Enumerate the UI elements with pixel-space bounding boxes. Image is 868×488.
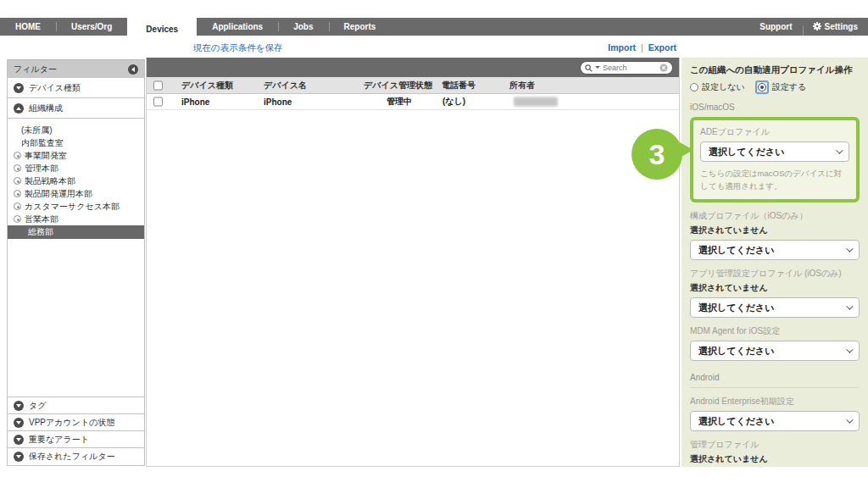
tree-node-label: 製品戦略本部 [25,175,75,187]
filter-sidebar: フィルター デバイス種類 組織構成 (未所属) 内部監査室 事業開発室 管理本部… [7,59,145,466]
org-node-icon [14,190,21,197]
search-filter-caret-icon[interactable] [595,66,600,69]
apply-radio-group: 設定しない 設定する [690,80,860,94]
chevron-down-icon [846,347,853,353]
save-current-view-link[interactable]: 現在の表示条件を保存 [193,42,283,54]
tree-node-sales-hq[interactable]: 営業本部 [8,213,144,225]
gear-icon [813,22,821,32]
tree-node-business-dev[interactable]: 事業開発室 [8,149,144,162]
cell-device-type: iPhone [181,97,209,107]
filter-title: フィルター [14,64,57,75]
col-device-name[interactable]: デバイス名 [264,80,307,92]
tree-node-unassigned[interactable]: (未所属) [8,124,144,136]
select-all-checkbox[interactable] [153,80,163,90]
col-owner[interactable]: 所有者 [509,80,535,92]
android-divider [690,387,860,388]
mgmt-profile-label: 管理プロファイル [690,439,860,451]
chevron-down-icon [14,401,24,411]
ade-profile-select[interactable]: 選択してください [700,141,849,162]
org-node-icon [14,177,21,185]
section-label: 組織構成 [29,103,63,114]
chevron-up-icon [14,103,24,114]
tab-reports[interactable]: Reports [329,18,392,36]
tab-devices[interactable]: Devices [127,18,197,41]
top-navigation: HOME Users/Org Devices Applications Jobs… [0,18,868,36]
chevron-down-icon [14,418,24,428]
cell-device-name: iPhone [264,97,292,107]
settings-link[interactable]: Settings [803,22,868,32]
auto-apply-profile-panel: この組織への自動適用プロファイル操作 設定しない 設定する iOS/macOS … [682,58,868,467]
support-link[interactable]: Support [749,22,802,31]
filter-header: フィルター [8,59,144,78]
tree-node-admin-hq[interactable]: 管理本部 [8,162,144,175]
col-mgmt-status[interactable]: デバイス管理状態 [364,80,432,92]
section-label: VPPアカウントの状態 [29,417,114,429]
section-label: 重要なアラート [29,434,89,446]
mdm-agent-ios-label: MDM Agent for iOS設定 [690,325,860,337]
org-node-icon [14,164,21,172]
tree-node-product-devops[interactable]: 製品開発運用本部 [8,187,144,200]
org-node-icon [14,202,21,210]
sidebar-section-org[interactable]: 組織構成 [8,98,144,119]
sidebar-section-critical-alerts[interactable]: 重要なアラート [8,430,144,447]
tab-home[interactable]: HOME [0,18,56,36]
tab-jobs[interactable]: Jobs [278,18,328,36]
android-enterprise-select[interactable]: 選択してください [690,411,860,431]
ade-profile-label: ADEプロファイル [700,126,849,138]
support-label: Support [760,22,792,31]
col-device-type[interactable]: デバイス種類 [181,80,233,92]
export-link[interactable]: Export [648,42,676,53]
mgmt-profile-not-selected: 選択されていません [690,453,860,465]
tree-node-label: カスタマーサクセス本部 [25,201,120,213]
search-clear-icon[interactable] [659,60,668,75]
section-label: タグ [29,400,46,412]
search-box[interactable] [580,61,673,75]
sidebar-section-device-type[interactable]: デバイス種類 [8,78,144,98]
select-value: 選択してください [698,415,846,428]
chevron-down-icon [846,303,853,310]
tab-applications[interactable]: Applications [197,18,278,36]
sidebar-section-vpp-status[interactable]: VPPアカウントの状態 [8,413,144,430]
device-table-area: デバイス種類 デバイス名 デバイス管理状態 電話番号 所有者 iPhone iP… [146,58,680,467]
import-link[interactable]: Import [608,42,636,53]
ade-profile-highlight-box: ADEプロファイル 選択してください こちらの設定はmacOSのデバイスに対して… [690,117,860,202]
col-phone[interactable]: 電話番号 [442,80,476,92]
sidebar-section-tags[interactable]: タグ [8,396,144,413]
cell-phone: (なし) [442,96,465,108]
tab-users-org[interactable]: Users/Org [56,18,127,36]
sidebar-section-saved-filters[interactable]: 保存されたフィルター [8,447,144,464]
tree-node-general-affairs-selected[interactable]: 総務部 [8,225,144,239]
chevron-down-icon [846,246,853,252]
search-input[interactable] [603,64,657,72]
tree-node-internal-audit[interactable]: 内部監査室 [8,136,144,149]
table-toolbar [147,58,679,77]
tree-node-customer-success[interactable]: カスタマーサクセス本部 [8,200,144,213]
org-node-icon [14,215,21,223]
mdm-agent-ios-select[interactable]: 選択してください [690,341,860,361]
row-checkbox[interactable] [153,97,163,107]
tree-node-product-strategy[interactable]: 製品戦略本部 [8,175,144,187]
table-row[interactable]: iPhone iPhone 管理中 (なし) [147,94,679,110]
chevron-down-icon [836,147,843,153]
radio-on-label: 設定する [772,81,806,93]
config-profile-label: 構成プロファイル（iOSのみ） [690,210,860,222]
tree-node-label: 製品開発運用本部 [25,188,92,200]
config-profile-select[interactable]: 選択してください [690,240,860,260]
radio-set[interactable]: 設定する [755,80,806,94]
chevron-down-icon [14,452,24,462]
app-mgmt-profile-not-selected: 選択されていません [690,282,860,294]
app-mgmt-profile-select[interactable]: 選択してください [690,297,860,318]
settings-label: Settings [825,22,858,31]
cell-mgmt-status: 管理中 [387,96,412,108]
ade-profile-help: こちらの設定はmacOSのデバイスに対しても適用されます。 [700,167,849,192]
radio-do-not-set[interactable]: 設定しない [690,81,745,93]
radio-on-focus-ring [755,80,769,94]
import-export-links: Import|Export [608,42,676,53]
config-profile-not-selected: 選択されていません [690,225,860,236]
cell-owner-redacted [514,97,558,107]
collapse-sidebar-icon[interactable] [128,64,138,75]
org-tree: (未所属) 内部監査室 事業開発室 管理本部 製品戦略本部 製品開発運用本部 カ… [8,119,144,396]
tree-node-label: 営業本部 [25,214,58,225]
select-value: 選択してください [698,345,846,358]
chevron-down-icon [14,435,24,445]
